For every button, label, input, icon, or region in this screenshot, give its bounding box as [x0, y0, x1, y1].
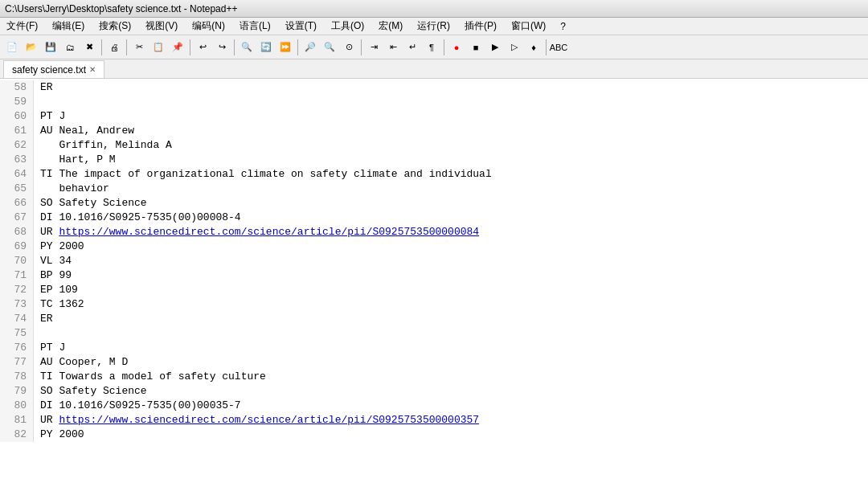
menu-help[interactable]: ? — [557, 20, 569, 33]
line-content: TI The impact of organizational climate … — [34, 167, 492, 182]
line-number: 75 — [0, 326, 34, 341]
line-number: 78 — [0, 370, 34, 384]
line-content: PT J — [34, 109, 65, 124]
tb-sep1 — [101, 39, 102, 55]
tb-print[interactable]: 🖨 — [105, 39, 123, 56]
table-row: 59 — [0, 95, 868, 109]
line-content: PY 2000 — [34, 428, 84, 442]
menu-tools[interactable]: 工具(O) — [328, 18, 367, 34]
line-number: 72 — [0, 283, 34, 297]
table-row: 67DI 10.1016/S0925-7535(00)00008-4 — [0, 211, 868, 225]
line-number: 71 — [0, 268, 34, 283]
tab-bar: safety science.txt ✕ — [0, 59, 868, 79]
menu-settings[interactable]: 设置(T) — [282, 18, 320, 34]
tb-sep7 — [444, 39, 444, 55]
line-number: 61 — [0, 124, 34, 138]
line-number: 81 — [0, 413, 34, 428]
line-content: Hart, P M — [34, 153, 116, 167]
table-row: 78TI Towards a model of safety culture — [0, 370, 868, 384]
menu-file[interactable]: 文件(F) — [3, 18, 41, 34]
tb-findnext[interactable]: ⏩ — [276, 39, 294, 56]
tb-copy[interactable]: 📋 — [149, 39, 167, 56]
table-row: 71BP 99 — [0, 268, 868, 283]
tb-replace[interactable]: 🔄 — [257, 39, 275, 56]
line-number: 65 — [0, 182, 34, 196]
tb-save[interactable]: 💾 — [42, 39, 59, 56]
tab-close-icon[interactable]: ✕ — [89, 65, 96, 74]
line-content: ER — [34, 312, 53, 326]
tab-safety-science[interactable]: safety science.txt ✕ — [3, 60, 104, 78]
table-row: 77AU Cooper, M D — [0, 355, 868, 370]
line-content: SO Safety Science — [34, 384, 147, 399]
table-row: 74ER — [0, 312, 868, 326]
tb-markup[interactable]: ¶ — [423, 39, 440, 56]
tb-open[interactable]: 📂 — [23, 39, 40, 56]
table-row: 76PT J — [0, 341, 868, 355]
line-content: behavior — [34, 182, 109, 196]
menu-macro[interactable]: 宏(M) — [375, 18, 406, 34]
line-number: 79 — [0, 384, 34, 399]
tb-undo[interactable]: ↩ — [194, 39, 211, 56]
line-content: AU Neal, Andrew — [34, 124, 134, 138]
tb-cut[interactable]: ✂ — [130, 39, 148, 56]
line-content: Griffin, Melinda A — [34, 138, 172, 153]
tb-sep6 — [361, 39, 362, 55]
tb-saveall[interactable]: 🗂 — [61, 39, 79, 56]
editor[interactable]: 58ER5960PT J61AU Neal, Andrew62 Griffin,… — [0, 79, 868, 491]
line-number: 63 — [0, 153, 34, 167]
tb-paste[interactable]: 📌 — [169, 39, 186, 56]
menu-encoding[interactable]: 编码(N) — [189, 18, 228, 34]
tb-redo[interactable]: ↪ — [213, 39, 231, 56]
line-number: 58 — [0, 80, 34, 95]
menu-run[interactable]: 运行(R) — [414, 18, 453, 34]
table-row: 63 Hart, P M — [0, 153, 868, 167]
tb-sep5 — [297, 39, 298, 55]
tb-find[interactable]: 🔍 — [238, 39, 256, 56]
tb-macro-stop[interactable]: ■ — [467, 39, 485, 56]
tb-zoom-out[interactable]: 🔍 — [321, 39, 338, 56]
table-row: 80DI 10.1016/S0925-7535(00)00035-7 — [0, 399, 868, 413]
line-number: 69 — [0, 239, 34, 254]
line-number: 59 — [0, 95, 34, 109]
line-number: 77 — [0, 355, 34, 370]
tab-label: safety science.txt — [12, 64, 86, 76]
table-row: 82PY 2000 — [0, 428, 868, 442]
menu-window[interactable]: 窗口(W) — [508, 18, 549, 34]
table-row: 62 Griffin, Melinda A — [0, 138, 868, 153]
line-number: 66 — [0, 196, 34, 211]
line-number: 73 — [0, 297, 34, 312]
tb-close[interactable]: ✖ — [80, 39, 98, 56]
table-row: 65 behavior — [0, 182, 868, 196]
tb-restore-zoom[interactable]: ⊙ — [340, 39, 358, 56]
toolbar: 📄 📂 💾 🗂 ✖ 🖨 ✂ 📋 📌 ↩ ↪ 🔍 🔄 ⏩ 🔎 🔍 ⊙ ⇥ ⇤ ↵ … — [0, 35, 868, 59]
menu-language[interactable]: 语言(L) — [236, 18, 274, 34]
menu-edit[interactable]: 编辑(E) — [49, 18, 88, 34]
line-content: PY 2000 — [34, 239, 84, 254]
table-row: 70VL 34 — [0, 254, 868, 268]
line-number: 70 — [0, 254, 34, 268]
table-row: 64TI The impact of organizational climat… — [0, 167, 868, 182]
tb-zoom-in[interactable]: 🔎 — [301, 39, 319, 56]
tb-macro-run[interactable]: ▷ — [506, 39, 523, 56]
line-number: 80 — [0, 399, 34, 413]
table-row: 81UR https://www.sciencedirect.com/scien… — [0, 413, 868, 428]
url-link[interactable]: https://www.sciencedirect.com/science/ar… — [59, 226, 479, 238]
tb-macro-save[interactable]: ♦ — [525, 39, 542, 56]
tb-wrap[interactable]: ↵ — [403, 39, 421, 56]
tb-macro-rec[interactable]: ● — [448, 39, 465, 56]
tb-indent[interactable]: ⇥ — [365, 39, 383, 56]
table-row: 69PY 2000 — [0, 239, 868, 254]
menu-search[interactable]: 搜索(S) — [96, 18, 134, 34]
line-content: VL 34 — [34, 254, 72, 268]
table-row: 61AU Neal, Andrew — [0, 124, 868, 138]
line-number: 76 — [0, 341, 34, 355]
menu-plugins[interactable]: 插件(P) — [461, 18, 500, 34]
tb-unindent[interactable]: ⇤ — [384, 39, 402, 56]
tb-macro-play[interactable]: ▶ — [486, 39, 504, 56]
tb-spellcheck[interactable]: ABC — [550, 39, 567, 56]
menu-view[interactable]: 视图(V) — [142, 18, 181, 34]
line-number: 68 — [0, 225, 34, 239]
tb-new[interactable]: 📄 — [3, 39, 21, 56]
url-link[interactable]: https://www.sciencedirect.com/science/ar… — [59, 414, 479, 426]
table-row: 60PT J — [0, 109, 868, 124]
